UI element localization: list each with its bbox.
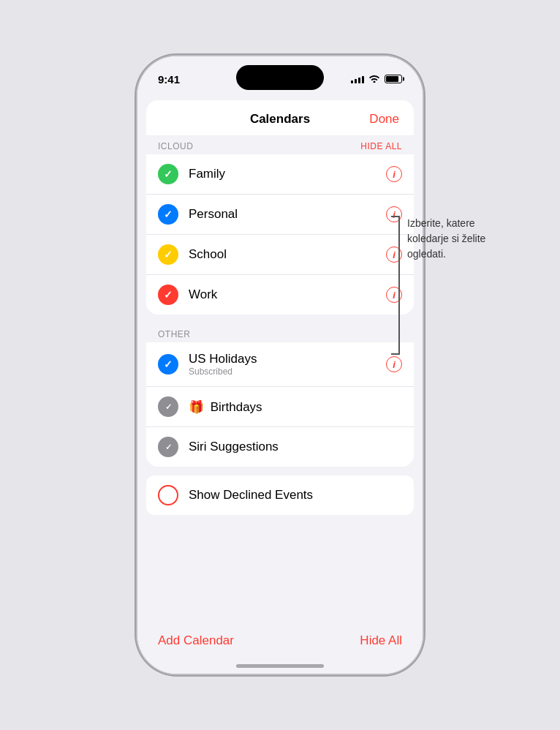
checkmark-icon: ✓ bbox=[164, 358, 173, 370]
calendar-item-family[interactable]: ✓ Family i bbox=[146, 154, 414, 195]
checkmark-icon: ✓ bbox=[164, 289, 173, 301]
checkmark-icon: ✓ bbox=[165, 402, 172, 412]
add-calendar-button[interactable]: Add Calendar bbox=[158, 633, 234, 648]
family-name: Family bbox=[189, 167, 380, 181]
done-button[interactable]: Done bbox=[369, 112, 399, 127]
calendar-item-school[interactable]: ✓ School i bbox=[146, 235, 414, 275]
us-holidays-check: ✓ bbox=[158, 354, 178, 375]
icloud-calendar-group: ✓ Family i ✓ Personal i ✓ bbox=[146, 154, 414, 315]
us-holidays-name: US Holidays bbox=[189, 352, 380, 366]
annotation-text: Izberite, katere koledarje si želite ogl… bbox=[404, 216, 518, 262]
dynamic-island bbox=[236, 65, 324, 90]
calendar-item-us-holidays[interactable]: ✓ US Holidays Subscribed i bbox=[146, 342, 414, 387]
school-check: ✓ bbox=[158, 244, 178, 265]
checkmark-icon: ✓ bbox=[165, 443, 172, 452]
annotation-area: Izberite, katere koledarje si želite ogl… bbox=[404, 216, 518, 262]
calendar-item-birthdays[interactable]: ✓ 🎁 Birthdays bbox=[146, 387, 414, 427]
phone-frame: 9:41 Calendars Done bbox=[137, 56, 423, 674]
us-holidays-subtitle: Subscribed bbox=[189, 366, 380, 377]
siri-name: Siri Suggestions bbox=[189, 440, 402, 454]
declined-circle-icon bbox=[158, 485, 178, 505]
signal-bar-2 bbox=[355, 79, 357, 83]
us-holidays-info-button[interactable]: i bbox=[386, 356, 402, 372]
work-name: Work bbox=[189, 287, 380, 302]
calendar-item-work[interactable]: ✓ Work i bbox=[146, 275, 414, 315]
show-declined-item[interactable]: Show Declined Events bbox=[146, 475, 414, 515]
bracket-icon bbox=[391, 216, 400, 355]
us-holidays-name-wrap: US Holidays Subscribed bbox=[189, 352, 380, 377]
birthdays-check: ✓ bbox=[158, 396, 178, 417]
other-section-header: OTHER bbox=[146, 323, 414, 342]
status-icons bbox=[351, 74, 402, 85]
checkmark-icon: ✓ bbox=[164, 249, 173, 260]
home-indicator bbox=[236, 664, 324, 668]
sheet-header: Calendars Done bbox=[146, 100, 414, 135]
signal-bar-3 bbox=[358, 78, 360, 83]
school-name: School bbox=[189, 247, 380, 262]
hide-all-button[interactable]: Hide All bbox=[360, 633, 402, 648]
personal-name: Personal bbox=[189, 207, 380, 222]
icloud-section-header: ICLOUD HIDE ALL bbox=[146, 135, 414, 154]
family-check: ✓ bbox=[158, 164, 178, 184]
work-check: ✓ bbox=[158, 285, 178, 305]
icloud-label: ICLOUD bbox=[158, 141, 193, 151]
signal-bar-1 bbox=[351, 80, 353, 83]
battery-fill bbox=[386, 76, 398, 82]
content-area: Calendars Done ICLOUD HIDE ALL ✓ Family … bbox=[137, 93, 423, 674]
family-info-button[interactable]: i bbox=[386, 166, 402, 182]
other-label: OTHER bbox=[158, 329, 191, 339]
checkmark-icon: ✓ bbox=[164, 168, 173, 180]
icloud-hide-all[interactable]: HIDE ALL bbox=[360, 141, 402, 151]
show-declined-label: Show Declined Events bbox=[189, 488, 402, 503]
personal-check: ✓ bbox=[158, 204, 178, 225]
header-title: Calendars bbox=[250, 112, 310, 127]
calendar-item-siri[interactable]: ✓ Siri Suggestions bbox=[146, 427, 414, 467]
signal-bars-icon bbox=[351, 75, 364, 83]
status-time: 9:41 bbox=[158, 73, 180, 86]
battery-icon bbox=[385, 75, 402, 83]
calendar-item-personal[interactable]: ✓ Personal i bbox=[146, 195, 414, 235]
birthdays-name: 🎁 Birthdays bbox=[189, 399, 402, 415]
siri-check: ✓ bbox=[158, 437, 178, 457]
wifi-icon bbox=[368, 74, 380, 85]
show-declined-section: Show Declined Events bbox=[146, 475, 414, 515]
gift-icon: 🎁 bbox=[189, 400, 204, 414]
checkmark-icon: ✓ bbox=[164, 208, 173, 220]
signal-bar-4 bbox=[362, 76, 364, 83]
